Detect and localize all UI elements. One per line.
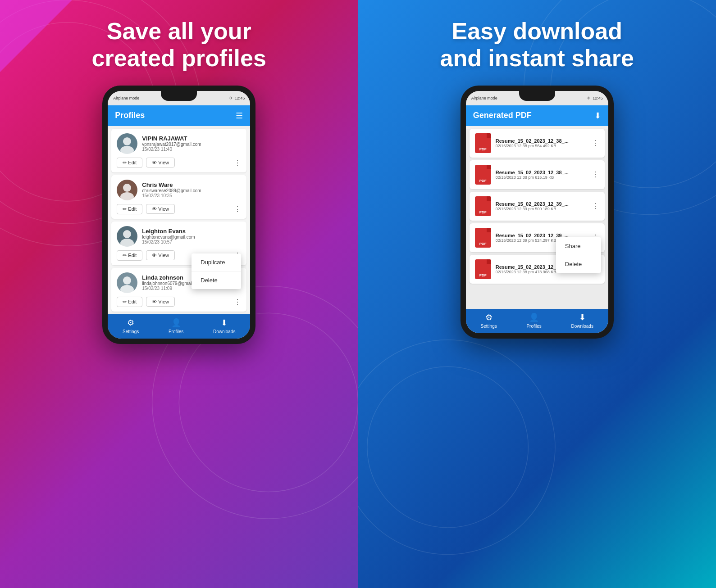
profiles-icon: 👤 [171,318,181,328]
nav-profiles-label-right: Profiles [526,324,541,329]
nav-downloads-right[interactable]: ⬇ Downloads [571,312,593,329]
more-icon-4[interactable]: ⋮ [234,298,241,306]
status-right-text: ✈ 12:45 [229,96,245,100]
pdf-context-menu: Share Delete [556,237,601,273]
edit-button-4[interactable]: ✏ Edit [117,297,142,307]
download-icon-appbar: ⬇ [594,111,601,121]
pdf-info-1: Resume_15_02_2023_12_38_... 02/15/2023 1… [496,138,588,148]
profile-name-2: Chris Ware [142,181,241,188]
pdf-meta-1: 02/15/2023 12:38 pm 564.492 KB [496,144,588,148]
svg-point-6 [123,137,131,145]
profile-info-2: Chris Ware chriswarese2089@gmail.com 15/… [142,181,241,198]
profile-list: VIPIN RAJAWAT vpnsrajawat2017@gmail.com … [108,129,250,312]
profile-item-2: Chris Ware chriswarese2089@gmail.com 15/… [111,175,246,219]
edit-button-1[interactable]: ✏ Edit [117,158,142,168]
profile-date-3: 15/02/23 10:57 [142,240,241,244]
pdf-icon-3: PDF [475,196,491,216]
right-bottom-nav: ⚙ Settings 👤 Profiles ⬇ Downloads [466,309,608,333]
pdf-more-2[interactable]: ⋮ [592,170,599,179]
right-app-bar: Generated PDF ⬇ [466,105,608,126]
profile-item-1: VIPIN RAJAWAT vpnsrajawat2017@gmail.com … [111,129,246,172]
downloads-icon-right: ⬇ [579,312,586,322]
downloads-icon-left: ⬇ [221,318,228,328]
view-button-3[interactable]: 👁 View [146,250,175,260]
status-left-text: Airplane mode [113,96,139,100]
nav-profiles-left[interactable]: 👤 Profiles [169,318,183,334]
pdf-item-2: PDF Resume_15_02_2023_12_38_... 02/15/20… [470,160,605,189]
left-panel: Save all your created profiles Airplane … [0,0,358,588]
pdf-icon-5: PDF [475,259,491,279]
svg-point-12 [123,276,131,285]
profile-email-1: vpnsrajawat2017@gmail.com [142,142,241,147]
nav-settings-right[interactable]: ⚙ Settings [481,312,497,329]
profile-email-2: chriswarese2089@gmail.com [142,188,241,193]
pdf-name-1: Resume_15_02_2023_12_38_... [496,138,588,144]
svg-point-7 [120,146,134,154]
pdf-item-1: PDF Resume_15_02_2023_12_38_... 02/15/20… [470,129,605,158]
view-button-4[interactable]: 👁 View [146,297,175,307]
profile-date-1: 15/02/23 11:40 [142,147,241,152]
pdf-info-2: Resume_15_02_2023_12_38_... 02/15/2023 1… [496,170,588,180]
pdf-name-3: Resume_15_02_2023_12_39_... [496,201,588,207]
nav-profiles-right[interactable]: 👤 Profiles [526,312,541,329]
profile-actions-2: ✏ Edit 👁 View ⋮ [117,204,241,214]
phone-notch-right [519,91,555,101]
svg-marker-5 [0,0,72,72]
pdf-list: PDF Resume_15_02_2023_12_38_... 02/15/20… [466,129,608,309]
profiles-icon-right: 👤 [529,312,539,322]
avatar-1 [117,133,137,154]
pdf-icon-4: PDF [475,228,491,248]
more-icon-2[interactable]: ⋮ [234,205,241,213]
pdf-context-delete[interactable]: Delete [556,255,601,273]
settings-icon-right: ⚙ [485,312,493,322]
pdf-more-1[interactable]: ⋮ [592,139,599,147]
profile-info-1: VIPIN RAJAWAT vpnsrajawat2017@gmail.com … [142,135,241,152]
nav-downloads-left[interactable]: ⬇ Downloads [213,318,235,334]
profile-actions-1: ✏ Edit 👁 View ⋮ [117,158,241,168]
status-bar-right: Airplane mode ✈ 12:45 [466,91,608,105]
more-icon-1[interactable]: ⋮ [234,158,241,167]
left-phone-frame: Airplane mode ✈ 12:45 Profiles ☰ [102,86,255,344]
profile-date-2: 15/02/23 10:35 [142,193,241,198]
profile-email-3: leightonevans@gmail.com [142,235,241,240]
svg-point-17 [358,340,555,555]
pdf-more-3[interactable]: ⋮ [592,202,599,210]
right-panel: Easy download and instant share Airplane… [358,0,716,588]
view-button-2[interactable]: 👁 View [146,204,175,214]
nav-settings-label-right: Settings [481,324,497,329]
phone-notch [161,91,197,101]
pdf-name-2: Resume_15_02_2023_12_38_... [496,170,588,175]
right-phone-screen: Airplane mode ✈ 12:45 Generated PDF ⬇ PD… [466,91,608,333]
right-app-bar-title: Generated PDF [473,111,532,120]
nav-settings-label-left: Settings [123,329,139,334]
right-phone-frame: Airplane mode ✈ 12:45 Generated PDF ⬇ PD… [461,86,614,339]
context-menu-duplicate[interactable]: Duplicate [192,253,241,271]
nav-downloads-label-right: Downloads [571,324,593,329]
pdf-info-3: Resume_15_02_2023_12_39_... 02/15/2023 1… [496,201,588,211]
svg-point-11 [120,239,134,247]
context-menu-delete[interactable]: Delete [192,271,241,289]
pdf-meta-2: 02/15/2023 12:38 pm 615.19 KB [496,175,588,180]
pdf-item-3: PDF Resume_15_02_2023_12_39_... 02/15/20… [470,192,605,221]
pdf-context-share[interactable]: Share [556,237,601,255]
pdf-list-fill [466,286,608,304]
svg-point-9 [120,192,134,200]
nav-profiles-label-left: Profiles [169,329,183,334]
profile-name-3: Leighton Evans [142,228,241,235]
view-button-1[interactable]: 👁 View [146,158,175,167]
left-bottom-nav: ⚙ Settings 👤 Profiles ⬇ Downloads [108,314,250,339]
profile-info-3: Leighton Evans leightonevans@gmail.com 1… [142,228,241,244]
edit-button-2[interactable]: ✏ Edit [117,204,142,214]
left-app-bar-title: Profiles [115,111,145,120]
edit-button-3[interactable]: ✏ Edit [117,250,142,261]
right-panel-title: Easy download and instant share [440,18,634,72]
pdf-meta-3: 02/15/2023 12:39 pm 500.189 KB [496,207,588,211]
nav-settings-left[interactable]: ⚙ Settings [123,318,139,334]
status-right-right-text: ✈ 12:45 [587,96,603,100]
settings-icon: ⚙ [127,318,134,328]
svg-point-8 [123,184,131,192]
left-phone-screen: Airplane mode ✈ 12:45 Profiles ☰ [108,91,250,339]
status-bar-left: Airplane mode ✈ 12:45 [108,91,250,105]
left-panel-title: Save all your created profiles [92,18,266,72]
nav-downloads-label-left: Downloads [213,329,235,334]
